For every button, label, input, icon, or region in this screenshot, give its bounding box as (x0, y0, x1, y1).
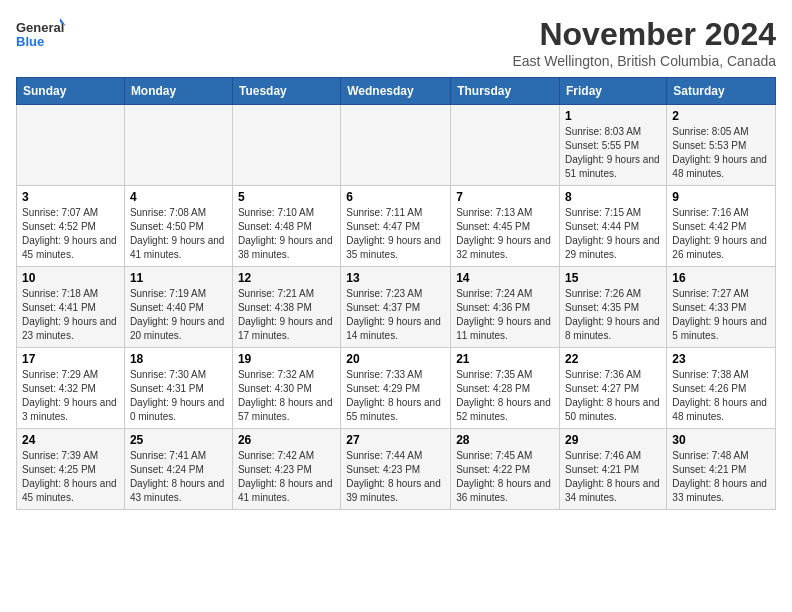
day-number: 8 (565, 190, 661, 204)
day-cell: 2Sunrise: 8:05 AM Sunset: 5:53 PM Daylig… (667, 105, 776, 186)
day-cell: 3Sunrise: 7:07 AM Sunset: 4:52 PM Daylig… (17, 186, 125, 267)
day-cell: 30Sunrise: 7:48 AM Sunset: 4:21 PM Dayli… (667, 429, 776, 510)
day-cell: 24Sunrise: 7:39 AM Sunset: 4:25 PM Dayli… (17, 429, 125, 510)
column-header-saturday: Saturday (667, 78, 776, 105)
day-number: 18 (130, 352, 227, 366)
day-info: Sunrise: 7:35 AM Sunset: 4:28 PM Dayligh… (456, 368, 554, 424)
day-info: Sunrise: 7:30 AM Sunset: 4:31 PM Dayligh… (130, 368, 227, 424)
title-area: November 2024 East Wellington, British C… (512, 16, 776, 69)
day-info: Sunrise: 7:08 AM Sunset: 4:50 PM Dayligh… (130, 206, 227, 262)
day-cell: 28Sunrise: 7:45 AM Sunset: 4:22 PM Dayli… (451, 429, 560, 510)
day-info: Sunrise: 7:10 AM Sunset: 4:48 PM Dayligh… (238, 206, 335, 262)
column-header-friday: Friday (560, 78, 667, 105)
day-info: Sunrise: 7:36 AM Sunset: 4:27 PM Dayligh… (565, 368, 661, 424)
day-cell: 13Sunrise: 7:23 AM Sunset: 4:37 PM Dayli… (341, 267, 451, 348)
day-number: 23 (672, 352, 770, 366)
day-info: Sunrise: 7:13 AM Sunset: 4:45 PM Dayligh… (456, 206, 554, 262)
day-info: Sunrise: 7:07 AM Sunset: 4:52 PM Dayligh… (22, 206, 119, 262)
day-number: 20 (346, 352, 445, 366)
week-row-1: 1Sunrise: 8:03 AM Sunset: 5:55 PM Daylig… (17, 105, 776, 186)
day-info: Sunrise: 7:15 AM Sunset: 4:44 PM Dayligh… (565, 206, 661, 262)
day-cell: 17Sunrise: 7:29 AM Sunset: 4:32 PM Dayli… (17, 348, 125, 429)
svg-text:General: General (16, 20, 64, 35)
day-number: 3 (22, 190, 119, 204)
day-cell: 20Sunrise: 7:33 AM Sunset: 4:29 PM Dayli… (341, 348, 451, 429)
day-info: Sunrise: 7:27 AM Sunset: 4:33 PM Dayligh… (672, 287, 770, 343)
day-cell: 18Sunrise: 7:30 AM Sunset: 4:31 PM Dayli… (124, 348, 232, 429)
day-cell: 21Sunrise: 7:35 AM Sunset: 4:28 PM Dayli… (451, 348, 560, 429)
day-info: Sunrise: 7:33 AM Sunset: 4:29 PM Dayligh… (346, 368, 445, 424)
day-number: 25 (130, 433, 227, 447)
day-number: 16 (672, 271, 770, 285)
column-header-tuesday: Tuesday (232, 78, 340, 105)
svg-text:Blue: Blue (16, 34, 44, 49)
day-cell: 26Sunrise: 7:42 AM Sunset: 4:23 PM Dayli… (232, 429, 340, 510)
day-cell (17, 105, 125, 186)
day-info: Sunrise: 7:32 AM Sunset: 4:30 PM Dayligh… (238, 368, 335, 424)
calendar-header-row: SundayMondayTuesdayWednesdayThursdayFrid… (17, 78, 776, 105)
day-info: Sunrise: 7:24 AM Sunset: 4:36 PM Dayligh… (456, 287, 554, 343)
day-number: 19 (238, 352, 335, 366)
day-cell: 5Sunrise: 7:10 AM Sunset: 4:48 PM Daylig… (232, 186, 340, 267)
day-cell (232, 105, 340, 186)
day-info: Sunrise: 7:46 AM Sunset: 4:21 PM Dayligh… (565, 449, 661, 505)
day-number: 26 (238, 433, 335, 447)
day-number: 13 (346, 271, 445, 285)
day-number: 12 (238, 271, 335, 285)
subtitle: East Wellington, British Columbia, Canad… (512, 53, 776, 69)
calendar-table: SundayMondayTuesdayWednesdayThursdayFrid… (16, 77, 776, 510)
day-info: Sunrise: 7:16 AM Sunset: 4:42 PM Dayligh… (672, 206, 770, 262)
day-number: 15 (565, 271, 661, 285)
column-header-wednesday: Wednesday (341, 78, 451, 105)
day-cell: 27Sunrise: 7:44 AM Sunset: 4:23 PM Dayli… (341, 429, 451, 510)
day-cell: 7Sunrise: 7:13 AM Sunset: 4:45 PM Daylig… (451, 186, 560, 267)
main-title: November 2024 (512, 16, 776, 53)
day-info: Sunrise: 8:05 AM Sunset: 5:53 PM Dayligh… (672, 125, 770, 181)
day-number: 14 (456, 271, 554, 285)
day-info: Sunrise: 7:26 AM Sunset: 4:35 PM Dayligh… (565, 287, 661, 343)
week-row-2: 3Sunrise: 7:07 AM Sunset: 4:52 PM Daylig… (17, 186, 776, 267)
day-cell: 29Sunrise: 7:46 AM Sunset: 4:21 PM Dayli… (560, 429, 667, 510)
day-number: 22 (565, 352, 661, 366)
day-info: Sunrise: 7:44 AM Sunset: 4:23 PM Dayligh… (346, 449, 445, 505)
column-header-sunday: Sunday (17, 78, 125, 105)
day-info: Sunrise: 7:45 AM Sunset: 4:22 PM Dayligh… (456, 449, 554, 505)
day-cell: 23Sunrise: 7:38 AM Sunset: 4:26 PM Dayli… (667, 348, 776, 429)
day-number: 1 (565, 109, 661, 123)
day-cell: 19Sunrise: 7:32 AM Sunset: 4:30 PM Dayli… (232, 348, 340, 429)
day-cell (341, 105, 451, 186)
logo-svg: General Blue (16, 16, 66, 58)
day-cell: 16Sunrise: 7:27 AM Sunset: 4:33 PM Dayli… (667, 267, 776, 348)
day-number: 11 (130, 271, 227, 285)
day-cell: 11Sunrise: 7:19 AM Sunset: 4:40 PM Dayli… (124, 267, 232, 348)
day-info: Sunrise: 7:42 AM Sunset: 4:23 PM Dayligh… (238, 449, 335, 505)
day-number: 27 (346, 433, 445, 447)
day-cell: 6Sunrise: 7:11 AM Sunset: 4:47 PM Daylig… (341, 186, 451, 267)
day-cell: 9Sunrise: 7:16 AM Sunset: 4:42 PM Daylig… (667, 186, 776, 267)
day-number: 5 (238, 190, 335, 204)
day-number: 28 (456, 433, 554, 447)
day-number: 9 (672, 190, 770, 204)
day-number: 24 (22, 433, 119, 447)
day-cell: 25Sunrise: 7:41 AM Sunset: 4:24 PM Dayli… (124, 429, 232, 510)
day-cell: 12Sunrise: 7:21 AM Sunset: 4:38 PM Dayli… (232, 267, 340, 348)
day-number: 7 (456, 190, 554, 204)
day-number: 2 (672, 109, 770, 123)
column-header-thursday: Thursday (451, 78, 560, 105)
day-cell: 15Sunrise: 7:26 AM Sunset: 4:35 PM Dayli… (560, 267, 667, 348)
day-number: 6 (346, 190, 445, 204)
day-info: Sunrise: 8:03 AM Sunset: 5:55 PM Dayligh… (565, 125, 661, 181)
day-number: 29 (565, 433, 661, 447)
day-number: 17 (22, 352, 119, 366)
day-cell: 8Sunrise: 7:15 AM Sunset: 4:44 PM Daylig… (560, 186, 667, 267)
day-info: Sunrise: 7:11 AM Sunset: 4:47 PM Dayligh… (346, 206, 445, 262)
day-cell: 14Sunrise: 7:24 AM Sunset: 4:36 PM Dayli… (451, 267, 560, 348)
column-header-monday: Monday (124, 78, 232, 105)
day-number: 4 (130, 190, 227, 204)
day-number: 21 (456, 352, 554, 366)
week-row-5: 24Sunrise: 7:39 AM Sunset: 4:25 PM Dayli… (17, 429, 776, 510)
day-cell: 1Sunrise: 8:03 AM Sunset: 5:55 PM Daylig… (560, 105, 667, 186)
day-info: Sunrise: 7:48 AM Sunset: 4:21 PM Dayligh… (672, 449, 770, 505)
day-info: Sunrise: 7:21 AM Sunset: 4:38 PM Dayligh… (238, 287, 335, 343)
day-cell (124, 105, 232, 186)
